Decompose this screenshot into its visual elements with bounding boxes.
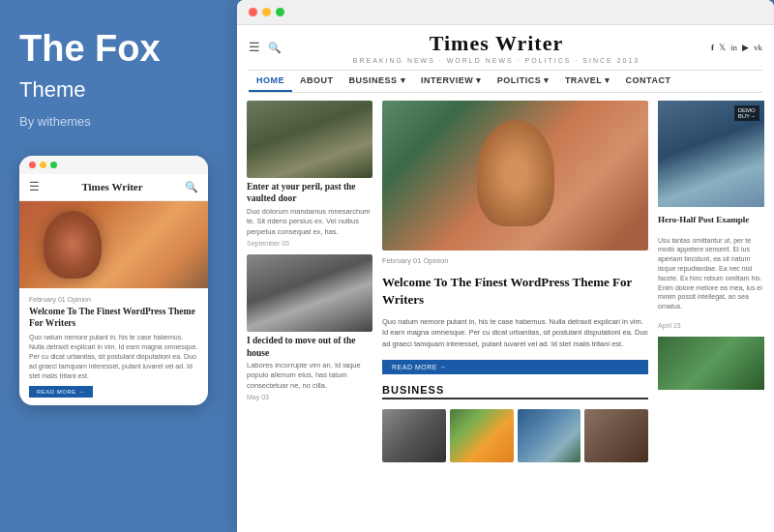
mobile-nav: ☰ Times Writer 🔍 xyxy=(19,174,208,201)
site-nav: HOME ABOUT BUSINESS ▾ INTERVIEW ▾ POLITI… xyxy=(249,70,762,93)
mobile-read-more-button[interactable]: READ MORE → xyxy=(29,386,93,398)
nav-interview[interactable]: INTERVIEW ▾ xyxy=(413,71,490,92)
mobile-dot-green xyxy=(50,162,57,168)
site-name: Times Writer xyxy=(353,31,640,56)
by-author: By withemes xyxy=(19,114,218,129)
soldier-image xyxy=(247,101,372,178)
twitter-icon[interactable]: 𝕏 xyxy=(719,43,726,52)
business-section-label: BUSINESS xyxy=(382,384,648,399)
article-2-text: Labores incorrupte vim an. Id iaque popu… xyxy=(247,361,372,392)
article-2-image xyxy=(247,254,372,332)
hero-article-image xyxy=(382,101,648,251)
site-branding: Times Writer BREAKING NEWS · WORLD NEWS … xyxy=(353,31,640,64)
bottom-img-4 xyxy=(584,409,648,462)
mobile-top-bar xyxy=(19,156,208,174)
mobile-article-meta: February 01 Opinion xyxy=(29,296,198,303)
lake-image xyxy=(518,409,581,462)
mobile-article-text: Quo natum nemore putant in, his te case … xyxy=(29,333,198,380)
site-header: ☰ 🔍 Times Writer BREAKING NEWS · WORLD N… xyxy=(237,25,774,93)
right-column: DEMOBUY→ Hero-Half Post Example Usu tant… xyxy=(658,101,764,524)
article-1-text: Duo dolorum mandamus mnesarchum te. Sit … xyxy=(247,207,372,238)
bottom-img-1 xyxy=(382,409,446,462)
instagram-icon[interactable]: in xyxy=(730,43,737,52)
read-more-button[interactable]: READ MORE → xyxy=(382,360,648,374)
hero-article-meta: February 01 Opinion xyxy=(382,256,648,265)
site-content: Enter at your peril, past the vaulted do… xyxy=(237,93,774,532)
left-panel: The Fox Theme By withemes ☰ Times Writer… xyxy=(0,0,237,532)
mobile-mockup: ☰ Times Writer 🔍 February 01 Opinion Wel… xyxy=(19,156,208,406)
site-tagline: BREAKING NEWS · WORLD NEWS · POLITICS · … xyxy=(353,57,640,64)
nav-politics[interactable]: POLITICS ▾ xyxy=(490,71,557,92)
article-1-date: September 03 xyxy=(247,240,372,247)
right-top-image: DEMOBUY→ xyxy=(658,101,764,207)
header-icons-left: ☰ 🔍 xyxy=(249,40,282,55)
man-bw-image xyxy=(382,409,446,462)
oranges-image xyxy=(450,409,514,462)
mobile-article-title: Welcome To The Finest WordPress Theme Fo… xyxy=(29,306,198,330)
hero-article-title: Welcome To The Finest WordPress Theme Fo… xyxy=(382,274,648,308)
nav-contact[interactable]: CONTACT xyxy=(618,71,679,92)
desktop-mockup: ☰ 🔍 Times Writer BREAKING NEWS · WORLD N… xyxy=(237,0,774,532)
article-2: I decided to move out of the house Labor… xyxy=(247,254,372,400)
browser-dot-green xyxy=(276,8,284,16)
right-bottom-image xyxy=(658,337,764,390)
mobile-hero-image xyxy=(19,201,208,288)
left-column: Enter at your peril, past the vaulted do… xyxy=(247,101,372,524)
right-article-date: April 23 xyxy=(658,322,764,329)
mobile-dot-yellow xyxy=(40,162,46,168)
article-1-title: Enter at your peril, past the vaulted do… xyxy=(247,181,372,205)
article-2-title: I decided to move out of the house xyxy=(247,335,372,359)
mobile-dot-red xyxy=(29,162,36,168)
nav-about[interactable]: ABOUT xyxy=(292,71,342,92)
browser-bar xyxy=(237,0,774,25)
elder-image xyxy=(584,409,648,462)
article-1-image xyxy=(247,101,372,178)
woman-image xyxy=(382,101,648,251)
mobile-search-icon[interactable]: 🔍 xyxy=(185,181,198,193)
brand-subtitle: Theme xyxy=(19,77,218,103)
search-icon[interactable]: 🔍 xyxy=(268,42,282,54)
article-2-date: May 03 xyxy=(247,394,372,400)
article-1: Enter at your peril, past the vaulted do… xyxy=(247,101,372,247)
social-icons: f 𝕏 in ▶ vk xyxy=(711,43,762,52)
youtube-icon[interactable]: ▶ xyxy=(742,43,749,52)
bottom-img-2 xyxy=(450,409,514,462)
facebook-icon[interactable]: f xyxy=(711,43,714,52)
bottom-img-3 xyxy=(518,409,581,462)
mobile-site-title: Times Writer xyxy=(81,181,142,192)
pottery-image xyxy=(247,254,372,332)
nav-home[interactable]: HOME xyxy=(249,71,292,92)
browser-dot-yellow xyxy=(262,8,271,16)
browser-dot-red xyxy=(249,8,257,16)
center-column: February 01 Opinion Welcome To The Fines… xyxy=(382,101,648,524)
vk-icon[interactable]: vk xyxy=(754,43,762,52)
brand-title: The Fox xyxy=(19,29,218,70)
nav-business[interactable]: BUSINESS ▾ xyxy=(342,71,414,92)
mobile-content: February 01 Opinion Welcome To The Fines… xyxy=(19,288,208,406)
hero-article-text: Quo natum nemore putant in, his te case … xyxy=(382,316,648,349)
right-article-title: Hero-Half Post Example xyxy=(658,215,764,226)
menu-icon[interactable]: ☰ xyxy=(249,40,260,55)
right-article-text: Usu tantas omittantur ut, per te modo ap… xyxy=(658,236,764,311)
hamburger-icon[interactable]: ☰ xyxy=(29,180,40,194)
green-leaf-image xyxy=(658,337,764,390)
nav-travel[interactable]: TRAVEL ▾ xyxy=(557,71,618,92)
site-header-top: ☰ 🔍 Times Writer BREAKING NEWS · WORLD N… xyxy=(249,31,762,66)
demo-badge: DEMOBUY→ xyxy=(734,105,759,121)
bottom-images xyxy=(382,409,648,462)
